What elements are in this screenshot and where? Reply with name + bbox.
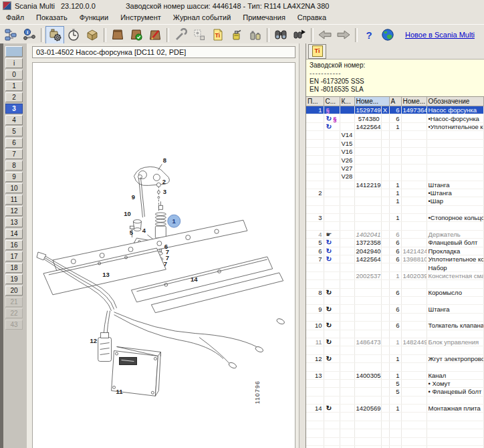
sidebar-tab-43[interactable]: 43 bbox=[5, 320, 23, 330]
menu-item-2[interactable]: Функции bbox=[74, 12, 114, 23]
table-row[interactable] bbox=[306, 437, 484, 445]
menu-item-3[interactable]: Инструмент bbox=[114, 12, 167, 23]
sidebar-tab-20[interactable]: 20 bbox=[5, 286, 23, 296]
header-pos[interactable]: П... bbox=[306, 97, 324, 106]
table-row[interactable]: V16 bbox=[306, 147, 484, 155]
table-row[interactable]: V28 bbox=[306, 173, 484, 181]
table-row[interactable] bbox=[306, 205, 484, 213]
header-qty[interactable]: A bbox=[389, 97, 401, 106]
header-part-number[interactable]: Номе... bbox=[354, 97, 389, 106]
scania-online-button[interactable] bbox=[378, 26, 397, 44]
engine-unit-button[interactable] bbox=[45, 26, 64, 44]
table-row[interactable] bbox=[306, 396, 484, 404]
sidebar-tab-5[interactable]: 5 bbox=[5, 126, 23, 136]
table-row[interactable]: V27 bbox=[306, 164, 484, 172]
table-row[interactable]: 4☛14020416Держатель bbox=[306, 230, 484, 238]
sidebar-tab-3[interactable]: 3 bbox=[5, 104, 23, 114]
help-button[interactable]: ? bbox=[360, 26, 378, 44]
sidebar-scroll-tab[interactable] bbox=[5, 46, 23, 57]
table-row[interactable]: 1•Шар bbox=[306, 197, 484, 205]
lubricants-button[interactable] bbox=[227, 26, 246, 44]
table-row[interactable]: V14 bbox=[306, 131, 484, 139]
table-row[interactable]: 12↻1Жгут электропроводки bbox=[306, 354, 484, 362]
search-next-button[interactable] bbox=[290, 26, 309, 44]
dimensions-button[interactable] bbox=[190, 26, 209, 44]
table-row[interactable]: 21•Штанга bbox=[306, 189, 484, 197]
table-row[interactable] bbox=[306, 413, 484, 421]
menu-item-0[interactable]: Файл bbox=[0, 12, 30, 23]
sidebar-tab-17[interactable]: 17 bbox=[5, 251, 23, 261]
stopwatch-button[interactable] bbox=[64, 26, 83, 44]
sidebar-tab-21[interactable]: 21 bbox=[5, 297, 23, 307]
panel-splitter[interactable] bbox=[299, 43, 306, 448]
table-row[interactable] bbox=[306, 421, 484, 429]
table-row[interactable]: 9↻6Штанга bbox=[306, 305, 484, 313]
table-row[interactable] bbox=[306, 222, 484, 230]
table-row[interactable]: 14↻14205691Монтажная плита bbox=[306, 405, 484, 413]
table-row[interactable] bbox=[306, 363, 484, 371]
sidebar-tab-2[interactable]: 2 bbox=[5, 92, 23, 102]
catalog-book-button[interactable] bbox=[108, 26, 127, 44]
menu-item-1[interactable]: Показать bbox=[30, 12, 74, 23]
menu-item-5[interactable]: Примечания bbox=[237, 12, 291, 23]
header-status[interactable]: С... bbox=[324, 97, 340, 106]
sidebar-tab-12[interactable]: 12 bbox=[5, 206, 23, 216]
menu-item-4[interactable]: Журнал событий bbox=[167, 12, 237, 23]
table-row[interactable]: ↻14225641•Уплотнительное кольцо bbox=[306, 122, 484, 130]
catalog-book-edit-button[interactable] bbox=[146, 26, 164, 44]
header-designation[interactable]: Обозначение bbox=[427, 97, 484, 106]
package-button[interactable] bbox=[83, 26, 102, 44]
sidebar-tab-19[interactable]: 19 bbox=[5, 274, 23, 284]
navigate-forward-button[interactable] bbox=[334, 26, 353, 44]
table-row[interactable]: 8↻6Коромысло bbox=[306, 288, 484, 296]
sidebar-tab-13[interactable]: 13 bbox=[5, 217, 23, 227]
axle-info-button[interactable]: i bbox=[20, 26, 39, 44]
table-row[interactable] bbox=[306, 280, 484, 288]
table-row[interactable]: 10↻6Толкатель клапана bbox=[306, 322, 484, 330]
table-row[interactable]: 200253711402039Консистентная смазка bbox=[306, 271, 484, 279]
header-ref-number[interactable]: Номе... bbox=[401, 97, 427, 106]
table-row[interactable] bbox=[306, 330, 484, 338]
search-binoculars-button[interactable] bbox=[271, 26, 290, 44]
sidebar-tab-1[interactable]: 1 bbox=[5, 81, 23, 91]
table-row[interactable] bbox=[306, 313, 484, 321]
table-row[interactable]: Набор bbox=[306, 263, 484, 271]
sidebar-tab-7[interactable]: 7 bbox=[5, 149, 23, 159]
sidebar-tab-11[interactable]: 11 bbox=[5, 195, 23, 205]
table-row[interactable] bbox=[306, 346, 484, 354]
table-row[interactable]: V15 bbox=[306, 139, 484, 147]
tools-button[interactable] bbox=[171, 26, 190, 44]
table-row[interactable] bbox=[306, 296, 484, 304]
sidebar-tab-9[interactable]: 9 bbox=[5, 172, 23, 182]
sidebar-tab-22[interactable]: 22 bbox=[5, 308, 23, 318]
table-row[interactable]: ↻§5743806•Насос-форсунка bbox=[306, 114, 484, 122]
sidebar-tab-i[interactable]: i bbox=[5, 58, 23, 68]
sidebar-tab-10[interactable]: 10 bbox=[5, 183, 23, 193]
sidebar-tab-6[interactable]: 6 bbox=[5, 138, 23, 148]
sidebar-tab-8[interactable]: 8 bbox=[5, 160, 23, 171]
table-row[interactable]: 5• Фланцевый болт bbox=[306, 388, 484, 396]
table-row[interactable]: 11↻148647311482449Блок управления bbox=[306, 338, 484, 346]
table-row[interactable]: 6↻204294061421424Прокладка bbox=[306, 247, 484, 255]
table-row[interactable]: 5↻13723586Фланцевый болт bbox=[306, 239, 484, 247]
table-row[interactable]: V26 bbox=[306, 156, 484, 164]
chemicals-button[interactable] bbox=[246, 26, 265, 44]
table-row[interactable]: 1314003051Канал bbox=[306, 371, 484, 379]
sidebar-tab-16[interactable]: 16 bbox=[5, 240, 23, 250]
table-row[interactable]: 7↻142256461398810Уплотнительное кольцо bbox=[306, 255, 484, 263]
table-row[interactable] bbox=[306, 446, 484, 448]
whats-new-link[interactable]: Новое в Scania Multi bbox=[405, 31, 475, 39]
sidebar-tab-4[interactable]: 4 bbox=[5, 115, 23, 125]
header-variant[interactable]: К... bbox=[340, 97, 354, 106]
sidebar-tab-14[interactable]: 14 bbox=[5, 229, 23, 239]
ti-document-button[interactable]: Ti bbox=[209, 26, 227, 44]
sidebar-tab-0[interactable]: 0 bbox=[5, 70, 23, 80]
navigate-back-button[interactable] bbox=[316, 26, 334, 44]
table-row[interactable]: 5• Хомут bbox=[306, 379, 484, 387]
sidebar-tab-18[interactable]: 18 bbox=[5, 263, 23, 273]
catalog-book-ok-button[interactable] bbox=[127, 26, 146, 44]
ti-info-button[interactable]: Ti bbox=[308, 44, 326, 59]
table-row[interactable]: 1§1529749X61497364Насос форсунка bbox=[306, 106, 484, 114]
menu-item-6[interactable]: Справка bbox=[291, 12, 332, 23]
table-row[interactable]: 14122191Штанга bbox=[306, 181, 484, 189]
